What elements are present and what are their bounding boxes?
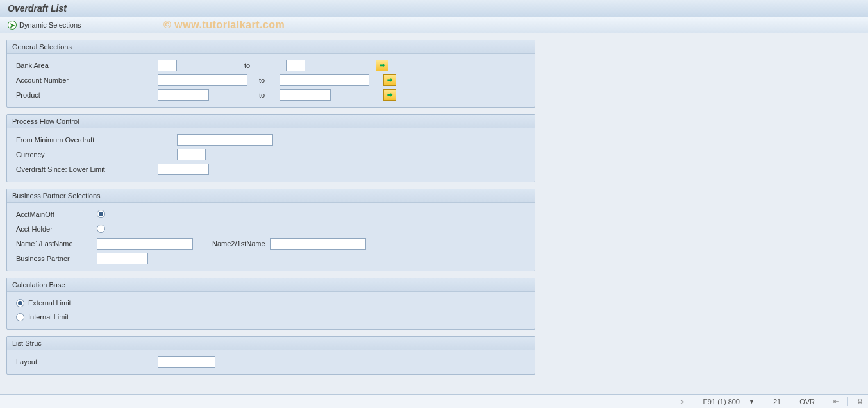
acct-holder-label: Acct Holder [13,225,97,233]
product-label: Product [13,91,158,99]
toolbar: ➤ Dynamic Selections © www.tutorialkart.… [0,17,868,33]
panel-title-general: General Selections [7,40,535,54]
status-bar: ▷ E91 (1) 800 ▼ 21 OVR ⇤ ⚙ [0,394,868,408]
layout-label: Layout [13,358,158,366]
title-bar: Overdraft List [0,0,868,17]
acct-holder-radio[interactable] [97,225,105,233]
back-icon[interactable]: ⇤ [833,398,839,405]
page-title: Overdraft List [8,3,67,13]
bank-area-multiple-selection-button[interactable]: ➡ [376,60,388,71]
name1-input[interactable] [97,238,193,250]
account-number-label: Account Number [13,76,158,84]
product-multiple-selection-button[interactable]: ➡ [383,89,396,101]
panel-title-process-flow: Process Flow Control [7,115,535,128]
account-number-multiple-selection-button[interactable]: ➡ [383,74,396,86]
currency-label: Currency [13,151,177,158]
overdraft-since-input[interactable] [158,164,209,175]
panel-general-selections: General Selections Bank Area to ➡ Accoun… [6,40,535,108]
status-mode: OVR [799,398,815,405]
overdraft-since-label: Overdraft Since: Lower Limit [13,166,158,173]
panel-business-partner: Business Partner Selections AcctMainOff … [6,189,535,271]
product-to-input[interactable] [280,89,331,101]
product-to-label: to [259,91,280,99]
execute-icon: ➤ [8,21,17,30]
name1-label: Name1/LastName [13,240,97,248]
panel-title-calc: Calculation Base [7,278,535,292]
currency-input[interactable] [177,149,206,160]
status-system: E91 (1) 800 [703,398,740,405]
panel-process-flow: Process Flow Control From Minimum Overdr… [6,114,535,182]
external-limit-radio[interactable] [16,299,24,307]
bank-area-to-input[interactable] [286,60,305,71]
status-arrow-icon: ▷ [680,398,685,405]
acct-main-off-label: AcctMainOff [13,210,97,218]
bank-area-from-input[interactable] [158,60,177,71]
min-overdraft-input[interactable] [177,134,273,146]
account-number-from-input[interactable] [158,74,247,86]
external-limit-option[interactable]: External Limit [13,296,528,310]
bank-area-to-label: to [177,62,286,69]
internal-limit-radio[interactable] [16,313,24,321]
panel-title-list: List Struc [7,337,535,350]
panel-title-bp: Business Partner Selections [7,189,535,203]
layout-input[interactable] [158,356,215,368]
dynamic-selections-button[interactable]: ➤ Dynamic Selections [8,21,81,30]
name2-input[interactable] [270,238,366,250]
name2-label: Name2/1stName [193,240,270,248]
bp-label: Business Partner [13,255,97,262]
settings-icon[interactable]: ⚙ [857,398,863,405]
watermark-text: © www.tutorialkart.com [163,19,285,31]
acct-main-off-radio[interactable] [97,210,105,218]
min-overdraft-label: From Minimum Overdraft [13,136,177,144]
status-client: 21 [773,398,781,405]
internal-limit-option[interactable]: Internal Limit [13,310,528,324]
bp-input[interactable] [97,253,148,264]
external-limit-label: External Limit [28,299,71,307]
dynamic-selections-label: Dynamic Selections [19,21,81,29]
panel-list-struc: List Struc Layout [6,336,535,375]
internal-limit-label: Internal Limit [28,313,69,321]
bank-area-label: Bank Area [13,62,158,69]
account-number-to-label: to [259,76,280,84]
dropdown-icon[interactable]: ▼ [749,398,755,405]
content-area: General Selections Bank Area to ➡ Accoun… [0,33,868,387]
account-number-to-input[interactable] [280,74,369,86]
panel-calc-base: Calculation Base External Limit Internal… [6,278,535,330]
product-from-input[interactable] [158,89,209,101]
